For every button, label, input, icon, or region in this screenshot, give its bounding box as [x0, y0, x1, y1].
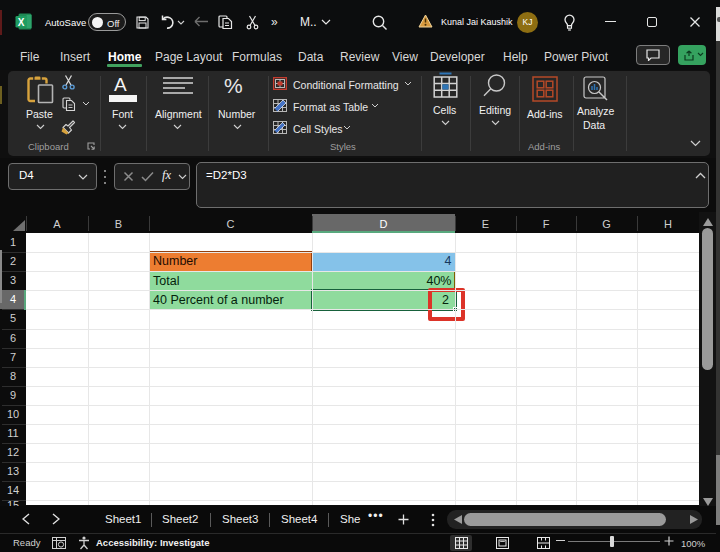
svg-text:X: X	[18, 17, 25, 28]
